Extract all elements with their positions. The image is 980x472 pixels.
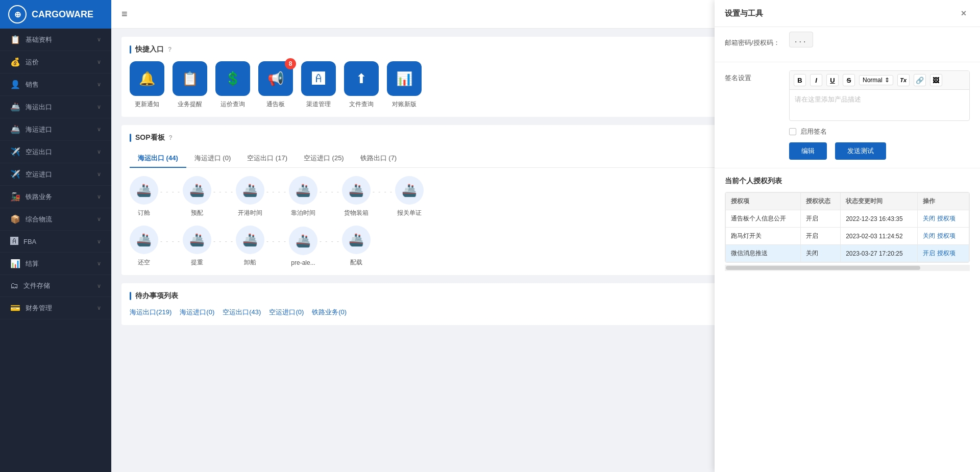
font-style-select[interactable]: Normal ⇕ — [859, 75, 893, 85]
quick-access-help-icon[interactable]: ? — [168, 46, 172, 53]
quick-item-file[interactable]: ⬆ 文件查询 — [344, 61, 379, 109]
sop-connector-0: - - - - — [158, 188, 183, 195]
sop-stage-label-allocation: 预配 — [191, 209, 203, 217]
sidebar-item-left-finance: 💳 财务管理 — [10, 303, 52, 313]
quick-label-account: 对账新版 — [392, 100, 416, 109]
sidebar-item-sea-import[interactable]: 🚢 海运进口 ∨ — [0, 118, 111, 141]
sop-stage-icon-pickup: 🚢 — [183, 226, 211, 254]
sidebar-item-files[interactable]: 🗂 文件存储 ∨ — [0, 275, 111, 297]
sidebar-chevron-sea-import: ∨ — [97, 126, 101, 133]
quick-icon-account: 📊 — [387, 61, 422, 96]
quick-item-update[interactable]: 🔔 更新通知 — [130, 61, 164, 109]
sop-tab-rail-export[interactable]: 铁路出口 (7) — [352, 150, 405, 168]
send-test-button[interactable]: 发送测试 — [835, 142, 886, 160]
auth-table-body: 通告板个人信息公开开启2022-12-23 16:43:35关闭授权项跑马灯开关… — [726, 210, 969, 262]
sidebar-icon-sea-export: 🚢 — [10, 102, 20, 112]
auth-table-scroll[interactable]: 授权项授权状态状态变更时间操作 通告板个人信息公开开启2022-12-23 16… — [725, 192, 970, 263]
auth-actions-marquee: 关闭授权项 — [917, 228, 969, 245]
quick-item-channel[interactable]: 🅰 渠道管理 — [301, 61, 336, 109]
sop-stage-pickup[interactable]: 🚢 提重 — [183, 226, 211, 267]
sop-stage-label-prealert: pre-ale... — [291, 259, 315, 266]
todo-tab-air-export[interactable]: 空运出口(43) — [223, 308, 261, 317]
quick-item-account[interactable]: 📊 对账新版 — [387, 61, 422, 109]
sop-stage-booking[interactable]: 🚢 订舱 — [130, 176, 158, 217]
sidebar-item-air-import[interactable]: ✈️ 空运进口 ∨ — [0, 163, 111, 186]
sidebar-item-air-export[interactable]: ✈️ 空运出口 ∨ — [0, 141, 111, 163]
todo-tab-sea-export[interactable]: 海运出口(219) — [130, 308, 172, 317]
auth-actions-wechat: 开启授权项 — [917, 245, 969, 262]
auth-table: 授权项授权状态状态变更时间操作 通告板个人信息公开开启2022-12-23 16… — [725, 192, 969, 262]
enable-signature-checkbox[interactable] — [789, 128, 796, 135]
auth-scroll-bar[interactable] — [725, 265, 970, 271]
auth-status-marquee: 开启 — [800, 228, 840, 245]
panel-close-button[interactable]: × — [958, 7, 970, 19]
sidebar-label-sea-import: 海运进口 — [26, 125, 52, 134]
image-button[interactable]: 🖼 — [930, 74, 942, 86]
sidebar-label-basics: 基础资料 — [26, 35, 52, 44]
sidebar-item-sales[interactable]: 👤 销售 ∨ — [0, 73, 111, 96]
sop-tab-sea-import[interactable]: 海运进口 (0) — [186, 150, 239, 168]
auth-action-notice-board-授权项[interactable]: 授权项 — [937, 215, 955, 222]
edit-button[interactable]: 编辑 — [789, 142, 827, 160]
sop-stage-dock[interactable]: 🚢 靠泊时间 — [289, 176, 317, 217]
sidebar-item-sea-export[interactable]: 🚢 海运出口 ∨ — [0, 96, 111, 118]
link-button[interactable]: 🔗 — [914, 74, 926, 86]
email-password-display: ... — [789, 32, 813, 47]
sop-stage-empty[interactable]: 🚢 还空 — [130, 226, 158, 267]
italic-button[interactable]: I — [810, 74, 822, 86]
sop-stage-customs[interactable]: 🚢 报关单证 — [395, 176, 424, 217]
auth-item-marquee: 跑马灯开关 — [726, 228, 801, 245]
clear-format-button[interactable]: Tx — [897, 74, 910, 86]
sop-stage-allocation[interactable]: 🚢 预配 — [183, 176, 211, 217]
sop-stage-label-open-port: 开港时间 — [238, 209, 262, 217]
todo-tab-air-import[interactable]: 空运进口(0) — [269, 308, 304, 317]
sop-stage-cargo[interactable]: 🚢 配载 — [342, 226, 371, 267]
auth-action-notice-board-关闭[interactable]: 关闭 — [923, 215, 935, 222]
sidebar-item-settlement[interactable]: 📊 结算 ∨ — [0, 253, 111, 275]
quick-label-board: 通告板 — [266, 100, 285, 109]
sop-tab-air-export[interactable]: 空运出口 (17) — [239, 150, 296, 168]
quick-item-task[interactable]: 📋 业务提醒 — [173, 61, 207, 109]
sidebar-item-logistics[interactable]: 📦 综合物流 ∨ — [0, 208, 111, 231]
signature-row: 签名设置 B I U S Normal ⇕ Tx 🔗 — [725, 70, 970, 121]
sidebar: ⊕ CARGOWARE 📋 基础资料 ∨ 💰 运价 ∨ 👤 销售 ∨ 🚢 海运出… — [0, 0, 111, 472]
sidebar-item-freight[interactable]: 💰 运价 ∨ — [0, 51, 111, 73]
sop-stage-loading[interactable]: 🚢 货物装箱 — [342, 176, 371, 217]
sidebar-chevron-basics: ∨ — [97, 36, 101, 43]
auth-action-marquee-关闭[interactable]: 关闭 — [923, 232, 935, 239]
logo: ⊕ CARGOWARE — [0, 0, 111, 29]
sop-stage-unship[interactable]: 🚢 卸船 — [236, 226, 264, 267]
email-password-value: ... — [789, 35, 970, 44]
signature-section: 签名设置 B I U S Normal ⇕ Tx 🔗 — [715, 62, 980, 168]
sop-stage-icon-unship: 🚢 — [236, 226, 264, 254]
quick-item-board[interactable]: 📢 8 通告板 — [258, 61, 293, 109]
sidebar-item-left-fba: 🅰 FBA — [10, 237, 36, 246]
sidebar-item-rail[interactable]: 🚂 铁路业务 ∨ — [0, 186, 111, 208]
todo-tab-rail[interactable]: 铁路业务(0) — [312, 308, 347, 317]
sop-stage-open-port[interactable]: 🚢 开港时间 — [236, 176, 264, 217]
underline-button[interactable]: U — [826, 74, 839, 86]
scroll-thumb — [726, 266, 920, 270]
sop-help-icon[interactable]: ? — [169, 134, 173, 141]
quick-item-price[interactable]: 💲 运价查询 — [215, 61, 250, 109]
sop-tab-sea-export[interactable]: 海运出口 (44) — [130, 150, 186, 168]
sidebar-icon-sea-import: 🚢 — [10, 125, 20, 134]
signature-content[interactable]: 请在这里添加产品描述 — [790, 90, 969, 120]
bold-button[interactable]: B — [794, 74, 806, 86]
sidebar-item-basics[interactable]: 📋 基础资料 ∨ — [0, 29, 111, 51]
menu-icon[interactable]: ≡ — [121, 8, 128, 20]
quick-label-price: 运价查询 — [220, 100, 245, 109]
quick-icon-symbol-task: 📋 — [182, 71, 198, 87]
right-panel: 设置与工具 × 邮箱密码/授权码： ... 签名设置 — [715, 0, 980, 472]
logo-icon: ⊕ — [8, 5, 27, 23]
auth-action-marquee-授权项[interactable]: 授权项 — [937, 232, 955, 239]
sop-stage-prealert[interactable]: 🚢 pre-ale... — [289, 227, 317, 266]
sidebar-item-finance[interactable]: 💳 财务管理 ∨ — [0, 297, 111, 319]
auth-action-wechat-授权项[interactable]: 授权项 — [937, 250, 955, 257]
todo-tab-sea-import[interactable]: 海运进口(0) — [180, 308, 214, 317]
strike-button[interactable]: S — [843, 74, 855, 86]
auth-action-wechat-开启[interactable]: 开启 — [923, 250, 935, 257]
auth-status-notice-board: 开启 — [800, 210, 840, 228]
sidebar-item-fba[interactable]: 🅰 FBA ∨ — [0, 231, 111, 253]
sop-tab-air-import[interactable]: 空运进口 (25) — [296, 150, 352, 168]
